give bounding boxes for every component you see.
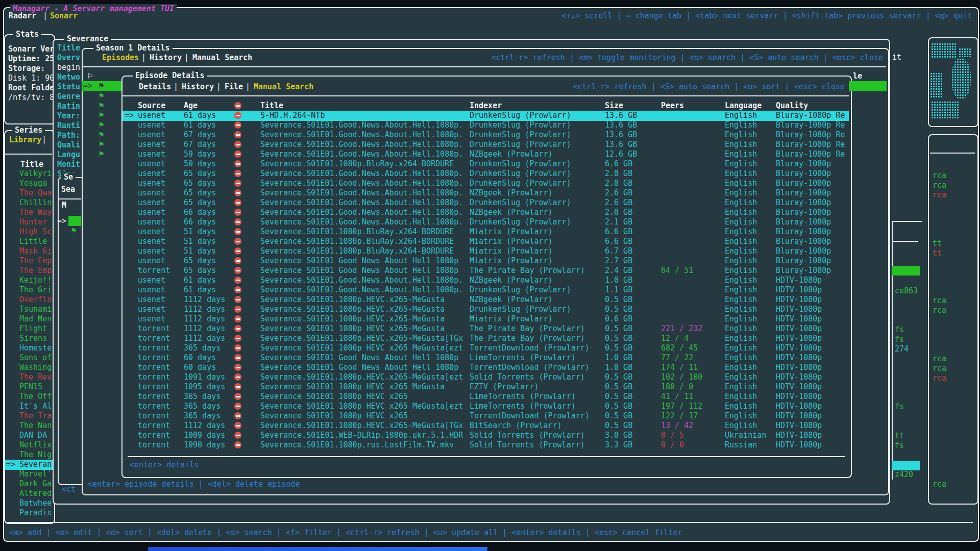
- series-item[interactable]: The Nig: [5, 450, 53, 460]
- language-cell: English: [725, 363, 757, 372]
- episode-tab-manual-search[interactable]: Manual Search: [254, 82, 313, 92]
- search-result-row[interactable]: usenet61 daysSeverance.S01E01.Good.News.…: [122, 120, 849, 131]
- series-item[interactable]: Valkyri: [5, 169, 53, 179]
- series-item[interactable]: The Rev: [5, 372, 53, 383]
- search-result-row[interactable]: usenet65 daysSeverance S01E01 Good News …: [122, 256, 849, 266]
- series-item[interactable]: The Qwa: [5, 188, 53, 198]
- search-result-row[interactable]: torrent365 daysSeverance S01E01 1080p HE…: [122, 392, 849, 402]
- search-result-row[interactable]: usenet65 daysSeverance.S01E01.Good.News.…: [122, 179, 849, 189]
- search-result-row[interactable]: torrent365 daysSeverance S01E01 1080p HE…: [122, 402, 849, 412]
- search-result-row[interactable]: usenet66 daysSeverance.S01E01.Good.News.…: [122, 217, 849, 228]
- search-result-row[interactable]: usenet1112 daysSeverance.S01E01.1080p.HE…: [122, 295, 849, 305]
- season-tab-manual-search[interactable]: Manual Search: [192, 53, 252, 63]
- search-result-row[interactable]: usenet1112 daysSeverance.S01E01.1080p.HE…: [122, 314, 849, 324]
- series-item[interactable]: PEN15: [5, 382, 53, 392]
- episode-row[interactable]: ⚑: [82, 91, 121, 101]
- indexer-cell: Miatrix (Prowlarr): [470, 227, 553, 237]
- search-result-row[interactable]: torrent1009 daysSeverance.S01E01.WEB-DLR…: [122, 431, 849, 441]
- series-item[interactable]: Homeste: [5, 343, 53, 354]
- series-item[interactable]: Netflix: [5, 440, 53, 450]
- season-tab-episodes[interactable]: Episodes: [102, 53, 139, 63]
- series-item[interactable]: Hunter: [5, 217, 53, 228]
- search-result-row[interactable]: torrent365 daysSeverance S01E01 1080p HE…: [122, 411, 849, 421]
- search-result-row[interactable]: torrent365 daysSeverance S01E01 1080p HE…: [122, 343, 849, 354]
- search-result-row[interactable]: torrent65 daysSeverance S01E01 Good News…: [122, 266, 849, 276]
- search-result-row[interactable]: torrent60 daysSeverance S01E01 Good News…: [122, 353, 849, 363]
- series-item[interactable]: The Nan: [5, 421, 53, 431]
- series-item[interactable]: Paradis: [5, 508, 53, 518]
- series-item[interactable]: The Gri: [5, 285, 53, 295]
- rejection-icon: [234, 209, 241, 216]
- series-item[interactable]: Tsunami: [5, 305, 53, 315]
- series-item[interactable]: Flight: [5, 324, 53, 334]
- series-item[interactable]: Chillin: [5, 198, 53, 208]
- series-item[interactable]: Little: [5, 237, 53, 247]
- series-item[interactable]: DAN DA: [5, 431, 53, 441]
- search-result-row[interactable]: usenet66 daysSeverance.S01E01.Good.News.…: [122, 208, 849, 218]
- search-result-row[interactable]: torrent1112 daysSeverance.S01E01.1080p.H…: [122, 334, 849, 344]
- search-result-row[interactable]: usenet51 daysSeverance.S01E01.1080p.BluR…: [122, 246, 849, 257]
- series-item[interactable]: Yosuga: [5, 179, 53, 189]
- search-result-row[interactable]: =>usenet61 daysS-HD.H.264-NTbDrunkenSlug…: [122, 111, 849, 121]
- series-item[interactable]: Washing: [5, 363, 53, 373]
- search-result-row[interactable]: torrent1112 daysSeverance.S01E01.1080p.H…: [122, 421, 849, 431]
- search-result-row[interactable]: usenet65 daysSeverance.S01E01.Good.News.…: [122, 188, 849, 198]
- series-field-label: Quali: [57, 140, 80, 150]
- search-result-row[interactable]: torrent1095 daysSeverance S01E01 1080p H…: [122, 382, 849, 392]
- search-result-row[interactable]: usenet51 daysSeverance.S01E01.1080p.BluR…: [122, 227, 849, 237]
- size-cell: 0.6 GB: [605, 314, 632, 324]
- search-result-row[interactable]: usenet67 daysSeverance.S01E01.Good.News.…: [122, 130, 849, 140]
- series-item[interactable]: It's Al: [5, 402, 53, 412]
- series-item[interactable]: Altered: [5, 489, 53, 499]
- series-item[interactable]: The Tra: [5, 411, 53, 421]
- search-result-row[interactable]: usenet65 daysSeverance.S01E01.Good.News.…: [122, 169, 849, 179]
- episode-row[interactable]: =>⚑: [82, 81, 121, 91]
- indexer-cell: DrunkenSlug (Prowlarr): [470, 305, 571, 314]
- episode-tab-history[interactable]: History: [182, 82, 214, 92]
- tab-radarr[interactable]: Radarr: [9, 11, 36, 21]
- search-result-row[interactable]: torrent1091 daysSeverance.S01E01.1080p.H…: [122, 372, 849, 383]
- series-item[interactable]: =>Severan: [5, 460, 53, 470]
- series-item[interactable]: The Emp: [5, 266, 53, 276]
- search-result-row[interactable]: usenet67 daysSeverance.S01E01.Good.News.…: [122, 140, 849, 150]
- episode-row[interactable]: ⚑: [82, 111, 121, 120]
- episode-row[interactable]: ⚑: [82, 130, 121, 140]
- series-item[interactable]: Mask Gi: [5, 246, 53, 257]
- search-result-row[interactable]: torrent1090 daysSeverance.S01E01.1080p.r…: [122, 440, 849, 450]
- episode-row[interactable]: ⚑: [82, 149, 121, 159]
- search-result-row[interactable]: torrent60 daysSeverance S01E01 Good News…: [122, 363, 849, 373]
- search-result-row[interactable]: usenet51 daysSeverance.S01E01.1080p.BluR…: [122, 237, 849, 247]
- age-cell: 1112 days: [184, 334, 225, 343]
- tab-library[interactable]: Library: [9, 135, 41, 145]
- series-item[interactable]: Dark Ga: [5, 479, 53, 489]
- series-field-label: Ratin: [57, 102, 80, 111]
- series-item[interactable]: Sons of: [5, 353, 53, 363]
- series-item[interactable]: Sirens: [5, 334, 53, 344]
- series-item[interactable]: Marvel': [5, 469, 53, 480]
- size-cell: 13.6 GB: [605, 140, 637, 149]
- episode-row[interactable]: ⚑: [82, 101, 121, 111]
- episode-row[interactable]: ⚑: [82, 120, 121, 130]
- series-item[interactable]: Batwhee: [5, 498, 53, 509]
- search-result-row[interactable]: usenet65 daysSeverance.S01E01.Good.News.…: [122, 198, 849, 208]
- series-item[interactable]: The Way: [5, 208, 53, 218]
- series-item[interactable]: The Emp: [5, 256, 53, 266]
- search-result-row[interactable]: usenet59 daysSeverance.S01E01.Good.News.…: [122, 149, 849, 160]
- search-result-row[interactable]: usenet61 daysSeverance.S01E01.Good.News.…: [122, 285, 849, 295]
- language-cell: English: [725, 285, 757, 295]
- tab-sonarr[interactable]: Sonarr: [50, 11, 78, 21]
- search-result-row[interactable]: usenet1112 daysSeverance.S01E01.1080p.HE…: [122, 305, 849, 315]
- series-item[interactable]: High Sc: [5, 227, 53, 237]
- series-item[interactable]: Mad Men: [5, 314, 53, 324]
- series-item[interactable]: Overflo: [5, 295, 53, 305]
- season-tab-history[interactable]: History: [150, 53, 182, 63]
- search-result-row[interactable]: torrent1112 daysSeverance S01E01 1080p H…: [122, 324, 849, 334]
- series-item[interactable]: Keijo!!: [5, 276, 53, 286]
- release-title-cell: Severance.S01E01.Good.News.About.Hell.10…: [260, 188, 463, 198]
- episode-row[interactable]: ⚑: [82, 140, 121, 149]
- episode-tab-details[interactable]: Details: [139, 82, 171, 92]
- series-item[interactable]: The Off: [5, 392, 53, 402]
- search-result-row[interactable]: usenet50 daysSeverance.S01E01.1080p.BluR…: [122, 159, 849, 169]
- episode-tab-file[interactable]: File: [225, 82, 243, 92]
- search-result-row[interactable]: usenet61 daysSeverance.S01E01.Good.News.…: [122, 276, 849, 286]
